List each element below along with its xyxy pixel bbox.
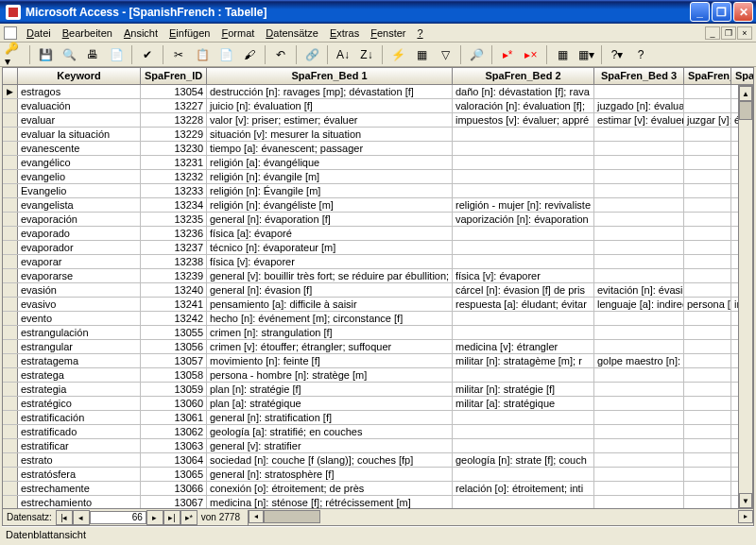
table-row[interactable]: evaporarse13239general [v]: bouillir trè…	[3, 269, 753, 283]
cell[interactable]: 13060	[141, 397, 207, 410]
cell[interactable]	[594, 241, 684, 254]
column-header-bed4[interactable]: SpaFren_Bed	[684, 68, 731, 84]
row-selector[interactable]	[3, 326, 18, 339]
cell[interactable]: general [n]: stratosphère [f]	[207, 468, 453, 481]
cell[interactable]: general [n]: évasion [f]	[207, 283, 453, 297]
cell[interactable]	[594, 85, 684, 98]
cell[interactable]	[684, 241, 731, 254]
menu-format[interactable]: Format	[215, 26, 260, 41]
view-button[interactable]: 🔑▾	[4, 44, 25, 65]
menu-ansicht[interactable]: Ansicht	[118, 26, 163, 41]
cell[interactable]: plan [n]: stratégie [f]	[207, 383, 453, 396]
table-row[interactable]: estrategia13059plan [n]: stratégie [f]mi…	[3, 383, 753, 397]
cell[interactable]	[684, 283, 731, 297]
first-record-button[interactable]: |◂	[56, 510, 73, 525]
cell[interactable]: evitación [n]: évasion	[594, 283, 684, 297]
cell[interactable]	[453, 241, 594, 254]
cell[interactable]: respuesta [a]: éludant; évitar	[453, 298, 594, 311]
row-selector[interactable]	[3, 383, 18, 396]
cell[interactable]: evaluar la situación	[18, 128, 141, 141]
select-all-header[interactable]	[3, 68, 18, 84]
row-selector[interactable]	[3, 170, 18, 183]
row-selector[interactable]	[3, 142, 18, 155]
cell[interactable]: evaporador	[18, 241, 141, 254]
cell[interactable]	[594, 453, 684, 467]
row-selector[interactable]	[3, 298, 18, 311]
cell[interactable]: 13058	[141, 368, 207, 382]
row-selector[interactable]	[3, 453, 18, 467]
cell[interactable]: estratega	[18, 368, 141, 382]
cell[interactable]	[453, 411, 594, 424]
table-row[interactable]: estratagema13057movimiento [n]: feinte […	[3, 354, 753, 368]
cell[interactable]: religión [n]: évangile [m]	[207, 170, 453, 183]
table-row[interactable]: estrechamente13066conexión [o]: étroitem…	[3, 482, 753, 496]
cell[interactable]	[684, 156, 731, 169]
new-record-button[interactable]: ▸*	[497, 44, 518, 65]
cell[interactable]	[453, 170, 594, 183]
cell[interactable]: 13228	[141, 113, 207, 127]
menu-einfügen[interactable]: Einfügen	[163, 26, 215, 41]
table-row[interactable]: evangélico13231religión [a]: évangélique	[3, 156, 753, 170]
cell[interactable]: juicio [n]: évaluation [f]	[207, 99, 453, 112]
cell[interactable]: crimen [v]: étouffer; étrangler; suffoqu…	[207, 340, 453, 353]
row-selector[interactable]: ▶	[3, 85, 18, 98]
cell[interactable]: daño [n]: dévastation [f]; rava	[453, 85, 594, 98]
cell[interactable]	[453, 227, 594, 240]
cell[interactable]: estrechamente	[18, 482, 141, 495]
cell[interactable]: general [v]: bouillir très fort; se rédu…	[207, 269, 453, 282]
cell[interactable]	[594, 312, 684, 325]
minimize-button[interactable]: _	[690, 2, 710, 22]
scroll-up-button[interactable]: ▲	[739, 86, 752, 101]
help-menu-button[interactable]: ?▾	[607, 44, 627, 65]
row-selector[interactable]	[3, 397, 18, 410]
horizontal-scrollbar[interactable]: ◂ ▸	[248, 510, 753, 525]
column-header-keyword[interactable]: Keyword	[18, 68, 141, 84]
mdi-close-button[interactable]: ×	[737, 26, 752, 40]
cell[interactable]: estrangulación	[18, 326, 141, 339]
row-selector[interactable]	[3, 156, 18, 169]
table-row[interactable]: evento13242hecho [n]: événement [m]; cir…	[3, 312, 753, 326]
cell[interactable]: persona - hombre [n]: stratège [m]	[207, 368, 453, 382]
cell[interactable]: evasivo	[18, 298, 141, 311]
cell[interactable]: 13064	[141, 453, 207, 467]
row-selector[interactable]	[3, 312, 18, 325]
cell[interactable]: 13234	[141, 198, 207, 212]
cell[interactable]: evanescente	[18, 142, 141, 155]
cell[interactable]: conexión [o]: étroitement; de près	[207, 482, 453, 495]
cell[interactable]: sociedad [n]: couche [f (slang)]; couche…	[207, 453, 453, 467]
cell[interactable]: medicina [n]: sténose [f]; rétrécissemen…	[207, 496, 453, 509]
cell[interactable]: 13065	[141, 468, 207, 481]
cell[interactable]: destrucción [n]: ravages [mp]; dévastati…	[207, 85, 453, 98]
cell[interactable]: cárcel [n]: évasion [f] de pris	[453, 283, 594, 297]
cell[interactable]	[684, 482, 731, 495]
cell[interactable]: evasión	[18, 283, 141, 297]
cell[interactable]: estratificar	[18, 439, 141, 452]
cell[interactable]: 13067	[141, 496, 207, 509]
cell[interactable]: movimiento [n]: feinte [f]	[207, 354, 453, 367]
cell[interactable]: estratégico	[18, 397, 141, 410]
help-button[interactable]: ?	[630, 44, 651, 65]
cell[interactable]: militar [n]: stratagème [m]; r	[453, 354, 594, 367]
table-row[interactable]: evaluar la situación13229situación [v]: …	[3, 128, 753, 142]
cell[interactable]: 13056	[141, 340, 207, 353]
row-selector[interactable]	[3, 496, 18, 509]
cell[interactable]: evangelio	[18, 170, 141, 183]
cell[interactable]	[594, 156, 684, 169]
mdi-restore-button[interactable]: ❐	[721, 26, 736, 40]
cell[interactable]: religión - mujer [n]: revivaliste	[453, 198, 594, 212]
row-selector[interactable]	[3, 198, 18, 212]
cell[interactable]: física [v]: évaporer	[207, 255, 453, 268]
cell[interactable]: 13240	[141, 283, 207, 297]
cell[interactable]: lenguaje [a]: indirect; v	[594, 298, 684, 311]
cell[interactable]: evento	[18, 312, 141, 325]
close-button[interactable]: ✕	[733, 2, 753, 22]
cell[interactable]: 13232	[141, 170, 207, 183]
cell[interactable]: física [v]: évaporer	[453, 269, 594, 282]
sort-asc-button[interactable]: A↓	[333, 44, 353, 65]
row-selector[interactable]	[3, 213, 18, 226]
copy-button[interactable]: 📋	[192, 44, 213, 65]
cell[interactable]	[684, 85, 731, 98]
cell[interactable]	[453, 255, 594, 268]
mdi-icon[interactable]	[4, 26, 17, 40]
cell[interactable]	[594, 198, 684, 212]
